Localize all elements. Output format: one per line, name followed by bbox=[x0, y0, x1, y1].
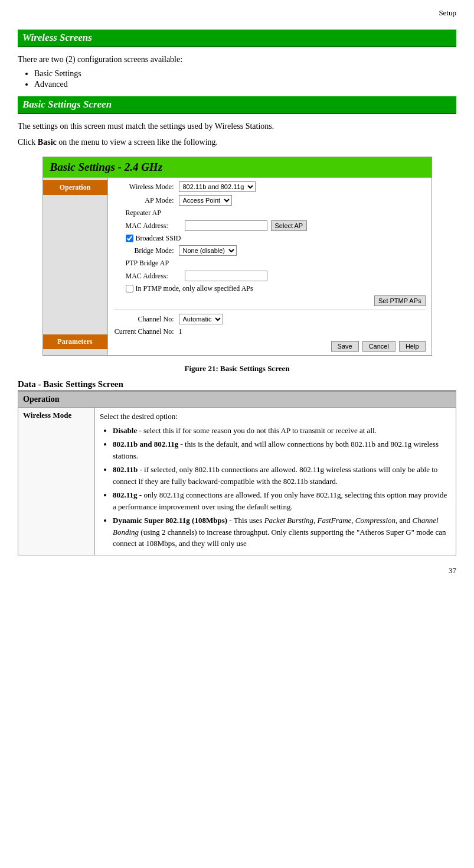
channel-no-row: Channel No: Automatic bbox=[114, 314, 426, 324]
mac-address2-label: MAC Address: bbox=[126, 272, 185, 281]
repeater-ap-label: Repeater AP bbox=[126, 209, 161, 217]
wireless-mode-intro: Select the desired option: bbox=[100, 411, 451, 422]
ptp-bridge-label: PTP Bridge AP bbox=[126, 259, 169, 268]
figure-caption: Figure 21: Basic Settings Screen bbox=[18, 364, 456, 373]
mac-address2-row: MAC Address: bbox=[126, 271, 426, 281]
basic-settings-para1: The settings on this screen must match t… bbox=[18, 120, 456, 132]
wireless-mode-row: Wireless Mode: 802.11b and 802.11g bbox=[114, 181, 426, 192]
data-table-title: Data - Basic Settings Screen bbox=[18, 379, 456, 391]
disable-bold: Disable bbox=[113, 426, 137, 435]
ap-indented-block: Repeater AP MAC Address: Select AP Broad… bbox=[126, 209, 426, 243]
set-ptmp-row: Set PTMP APs bbox=[126, 295, 426, 306]
page-number: 37 bbox=[18, 566, 456, 576]
bridge-mode-label: Bridge Mode: bbox=[114, 246, 179, 255]
figure-container: Basic Settings - 2.4 GHz Operation Param… bbox=[43, 157, 432, 356]
compression-italic: Compression bbox=[355, 516, 395, 525]
list-item: Dynamic Super 802.11g (108Mbps) - This u… bbox=[113, 515, 451, 550]
wireless-bullets-list: Basic Settings Advanced bbox=[34, 69, 456, 89]
broadcast-ssid-checkbox[interactable] bbox=[126, 235, 133, 242]
basic-settings-heading: Basic Settings Screen bbox=[18, 96, 456, 114]
ap-mode-select[interactable]: Access Point bbox=[179, 195, 232, 206]
figure-content: Wireless Mode: 802.11b and 802.11g AP Mo… bbox=[108, 178, 431, 355]
basic-settings-para2: Click Basic on the menu to view a screen… bbox=[18, 136, 456, 148]
list-item: 802.11b and 802.11g - this is the defaul… bbox=[113, 438, 451, 461]
current-channel-row: Current Channel No: 1 bbox=[114, 327, 426, 336]
wireless-mode-data-row: Wireless Mode Select the desired option:… bbox=[18, 408, 456, 555]
channel-no-select[interactable]: Automatic bbox=[179, 314, 223, 324]
bridge-indented-block: PTP Bridge AP MAC Address: In PTMP mode,… bbox=[126, 259, 426, 306]
dynamic-super-and: , and bbox=[395, 516, 413, 525]
data-table: Operation Wireless Mode Select the desir… bbox=[18, 391, 456, 555]
wireless-mode-bullets: Disable - select this if for some reason… bbox=[113, 425, 451, 550]
divider bbox=[114, 310, 426, 310]
disable-text: - select this if for some reason you do … bbox=[137, 426, 377, 435]
figure-sidebar: Operation Parameters bbox=[43, 178, 108, 355]
current-channel-value: 1 bbox=[179, 327, 182, 336]
form-buttons: Save Cancel Help bbox=[114, 341, 426, 352]
cancel-button[interactable]: Cancel bbox=[362, 341, 395, 352]
list-item: 802.11g - only 802.11g connections are a… bbox=[113, 489, 451, 512]
80211bg-bold: 802.11b and 802.11g bbox=[113, 440, 178, 448]
dynamic-super-text2: (using 2 channels) to increase throughpu… bbox=[113, 528, 446, 548]
channel-no-label: Channel No: bbox=[114, 315, 179, 324]
wireless-mode-select[interactable]: 802.11b and 802.11g bbox=[179, 181, 256, 192]
fastframe-italic: FastFrame bbox=[318, 516, 352, 525]
wireless-mode-data-label: Wireless Mode bbox=[18, 408, 95, 555]
80211b-bold: 802.11b bbox=[113, 465, 138, 474]
operation-sidebar-label: Operation bbox=[43, 180, 107, 195]
select-ap-button[interactable]: Select AP bbox=[271, 220, 308, 231]
bridge-mode-row: Bridge Mode: None (disable) bbox=[114, 245, 426, 256]
list-item: 802.11b - if selected, only 802.11b conn… bbox=[113, 464, 451, 487]
80211b-text: - if selected, only 802.11b connections … bbox=[113, 465, 437, 486]
figure-inner: Operation Parameters Wireless Mode: 802.… bbox=[43, 177, 431, 355]
packet-bursting-italic: Packet Bursting bbox=[264, 516, 313, 525]
dynamic-super-bold: Dynamic Super 802.11g (108Mbps) bbox=[113, 516, 227, 525]
ptmp-label: In PTMP mode, only allow specified APs bbox=[136, 284, 253, 293]
wireless-mode-label: Wireless Mode: bbox=[114, 183, 179, 191]
ap-mode-label: AP Mode: bbox=[114, 196, 179, 205]
wireless-mode-data-content: Select the desired option: Disable - sel… bbox=[95, 408, 456, 555]
current-channel-label: Current Channel No: bbox=[114, 327, 179, 336]
list-item: Disable - select this if for some reason… bbox=[113, 425, 451, 437]
parameters-sidebar-label: Parameters bbox=[43, 334, 107, 349]
wireless-intro: There are two (2) configuration screens … bbox=[18, 53, 456, 66]
list-item: Advanced bbox=[34, 80, 456, 89]
help-button[interactable]: Help bbox=[399, 341, 426, 352]
ptmp-row: In PTMP mode, only allow specified APs bbox=[126, 284, 426, 293]
mac-address-input[interactable] bbox=[185, 220, 267, 231]
mac-address-label: MAC Address: bbox=[126, 222, 185, 230]
broadcast-ssid-label: Broadcast SSID bbox=[136, 234, 181, 243]
operation-header-row: Operation bbox=[18, 392, 456, 408]
wireless-screens-heading: Wireless Screens bbox=[18, 30, 456, 47]
header-text: Setup bbox=[439, 8, 456, 17]
ap-mode-row: AP Mode: Access Point bbox=[114, 195, 426, 206]
ptmp-checkbox[interactable] bbox=[126, 285, 133, 292]
list-item: Basic Settings bbox=[34, 69, 456, 79]
set-ptmp-button[interactable]: Set PTMP APs bbox=[374, 295, 426, 306]
figure-title: Basic Settings - 2.4 GHz bbox=[43, 157, 431, 177]
repeater-ap-row: Repeater AP bbox=[126, 209, 426, 217]
save-button[interactable]: Save bbox=[331, 341, 359, 352]
80211g-bold: 802.11g bbox=[113, 490, 138, 499]
mac-address2-input[interactable] bbox=[185, 271, 267, 281]
80211g-text: - only 802.11g connections are allowed. … bbox=[113, 490, 447, 511]
page-header: Setup bbox=[18, 6, 456, 22]
broadcast-ssid-row: Broadcast SSID bbox=[126, 234, 426, 243]
operation-header-cell: Operation bbox=[18, 392, 456, 408]
bridge-mode-select[interactable]: None (disable) bbox=[179, 245, 237, 256]
dynamic-super-text1: - This uses bbox=[227, 516, 264, 525]
ptp-bridge-row: PTP Bridge AP bbox=[126, 259, 426, 268]
mac-address-row: MAC Address: Select AP bbox=[126, 220, 426, 231]
basic-bold: Basic bbox=[38, 138, 57, 147]
